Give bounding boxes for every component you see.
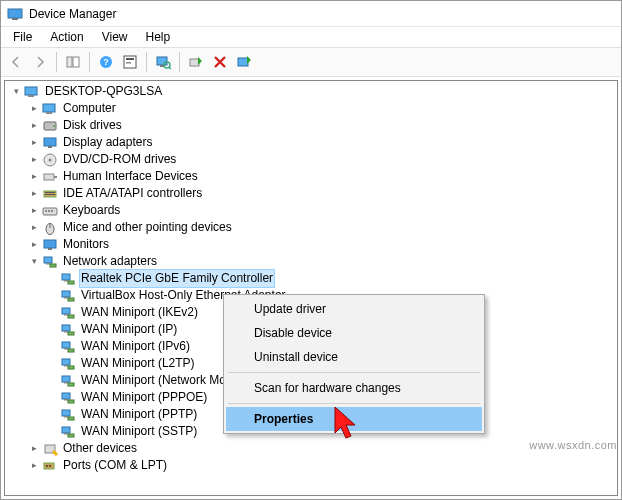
menu-action[interactable]: Action [42,28,91,46]
svg-rect-28 [45,192,55,193]
tree-category[interactable]: ▸Computer [7,100,617,117]
svg-point-74 [49,465,51,467]
expander-icon[interactable]: ▸ [27,204,41,218]
computer-icon [24,84,40,100]
svg-rect-22 [48,146,52,148]
toolbar-separator [146,52,147,72]
tree-item-label: WAN Miniport (PPTP) [79,406,199,423]
tree-item-label: DVD/CD-ROM drives [61,151,178,168]
scan-hardware-button[interactable] [152,51,174,73]
show-hide-console-button[interactable] [62,51,84,73]
tree-category[interactable]: ▸Keyboards [7,202,617,219]
expander-icon[interactable]: ▸ [27,238,41,252]
hid-icon [42,169,58,185]
cursor-pointer-overlay [329,405,363,450]
expander-icon[interactable]: ▸ [27,119,41,133]
svg-rect-3 [73,57,79,67]
expander-icon[interactable]: ▸ [27,102,41,116]
tree-item-label: Network adapters [61,253,159,270]
expander-icon[interactable]: ▸ [27,153,41,167]
svg-rect-0 [8,9,22,18]
svg-rect-67 [68,417,74,420]
svg-rect-14 [238,58,248,66]
expander-icon[interactable]: ▸ [27,442,41,456]
svg-rect-13 [190,59,199,66]
svg-rect-40 [50,264,56,267]
svg-rect-15 [25,87,37,95]
tree-category[interactable]: ▸Display adapters [7,134,617,151]
enable-device-button[interactable] [185,51,207,73]
context-menu-item[interactable]: Disable device [226,321,482,345]
expander-icon[interactable]: ▸ [27,136,41,150]
network-icon [60,407,76,423]
tree-category[interactable]: ▸Mice and other pointing devices [7,219,617,236]
tree-category[interactable]: ▸IDE ATA/ATAPI controllers [7,185,617,202]
mouse-icon [42,220,58,236]
svg-rect-56 [62,359,70,365]
context-menu-item[interactable]: Scan for hardware changes [226,376,482,400]
network-icon [60,424,76,440]
svg-rect-29 [45,194,55,195]
tree-category[interactable]: ▸Disk drives [7,117,617,134]
svg-rect-70 [68,434,74,437]
tree-category[interactable]: ▸Human Interface Devices [7,168,617,185]
tree-category[interactable]: ▸DVD/CD-ROM drives [7,151,617,168]
expander-icon[interactable]: ▾ [27,255,41,269]
tree-item-label: Mice and other pointing devices [61,219,234,236]
context-menu-separator [228,403,480,404]
menu-help[interactable]: Help [138,28,179,46]
update-driver-button[interactable] [233,51,255,73]
keyboard-icon [42,203,58,219]
title-bar: Device Manager [1,1,621,27]
svg-rect-33 [51,210,53,212]
tree-device[interactable]: Realtek PCIe GbE Family Controller [7,270,617,287]
tree-category[interactable]: ▸Other devices [7,440,617,457]
tree-item-label: Computer [61,100,118,117]
tree-item-label: WAN Miniport (L2TP) [79,355,197,372]
svg-rect-55 [68,349,74,352]
network-icon [60,373,76,389]
context-menu-item[interactable]: Update driver [226,297,482,321]
expander-icon[interactable]: ▸ [27,221,41,235]
svg-rect-32 [48,210,50,212]
properties-button[interactable] [119,51,141,73]
monitor-icon [42,237,58,253]
menu-file[interactable]: File [5,28,40,46]
window-title: Device Manager [29,7,116,21]
tree-category[interactable]: ▾Network adapters [7,253,617,270]
context-menu-item[interactable]: Uninstall device [226,345,482,369]
toolbar-separator [89,52,90,72]
tree-item-label: Monitors [61,236,111,253]
toolbar: ? [1,47,621,77]
tree-root[interactable]: ▾DESKTOP-QPG3LSA [7,83,617,100]
svg-rect-52 [68,332,74,335]
help-button[interactable]: ? [95,51,117,73]
forward-button[interactable] [29,51,51,73]
svg-rect-39 [46,263,50,265]
svg-rect-45 [64,297,68,299]
svg-rect-25 [44,174,54,180]
back-button[interactable] [5,51,27,73]
svg-rect-58 [68,366,74,369]
svg-rect-59 [62,376,70,382]
expander-icon[interactable]: ▸ [27,187,41,201]
uninstall-device-button[interactable] [209,51,231,73]
svg-rect-47 [62,308,70,314]
expander-icon[interactable]: ▾ [9,85,23,99]
expander-icon[interactable]: ▸ [27,459,41,473]
tree-category[interactable]: ▸Monitors [7,236,617,253]
network-icon [60,322,76,338]
svg-rect-1 [12,18,18,20]
svg-rect-8 [126,62,131,64]
computer-icon [42,101,58,117]
menu-bar: File Action View Help [1,27,621,47]
tree-item-label: WAN Miniport (IKEv2) [79,304,200,321]
tree-item-label: Keyboards [61,202,122,219]
expander-icon[interactable]: ▸ [27,170,41,184]
svg-rect-44 [62,291,70,297]
svg-rect-36 [44,240,56,248]
svg-rect-63 [64,399,68,401]
menu-view[interactable]: View [94,28,136,46]
tree-category[interactable]: ▸Ports (COM & LPT) [7,457,617,474]
tree-item-label: Display adapters [61,134,154,151]
